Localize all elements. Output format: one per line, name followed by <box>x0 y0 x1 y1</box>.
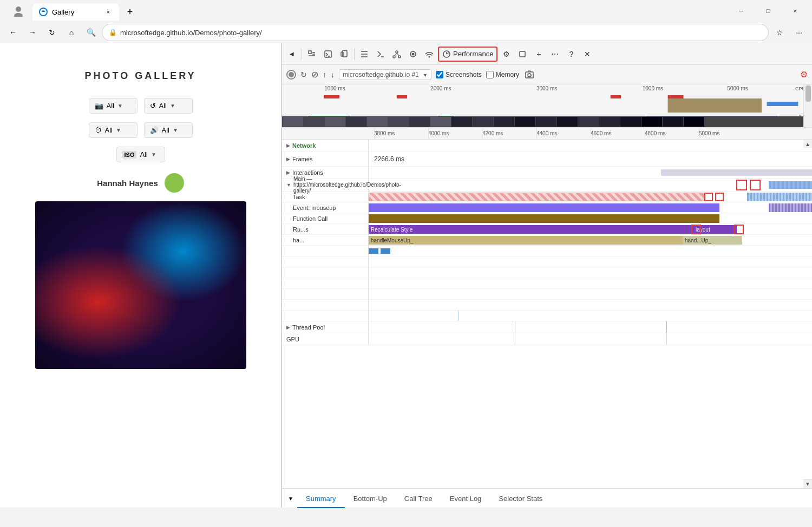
function-call-label: Function Call <box>282 213 369 223</box>
console-tool[interactable] <box>320 47 336 62</box>
time-filter-value: All <box>105 126 113 134</box>
memory-checkbox[interactable] <box>486 71 494 78</box>
tab-call-tree[interactable]: Call Tree <box>396 490 441 508</box>
filter-row-3: ISO All ▼ <box>11 147 270 162</box>
frames-label[interactable]: ▶ Frames <box>282 151 369 166</box>
scroll-down-btn[interactable]: ▼ <box>803 479 812 488</box>
wifi-tool[interactable] <box>422 47 437 62</box>
record-button[interactable] <box>286 70 296 80</box>
camera-filter[interactable]: 📷 All ▼ <box>89 98 137 114</box>
upload-btn[interactable]: ↑ <box>323 70 326 79</box>
performance-tool[interactable]: Performance <box>438 47 497 62</box>
scrollbar-thumb <box>806 85 811 102</box>
browser-tab[interactable]: Gallery × <box>32 3 119 21</box>
ruler-4600ms: 4600 ms <box>591 130 611 136</box>
device-toggle[interactable] <box>337 47 352 62</box>
gallery-image-content <box>35 201 246 369</box>
reload-recording-btn[interactable]: ↻ <box>300 70 307 79</box>
refresh-button[interactable]: ↻ <box>43 24 61 41</box>
tab-bottom-up[interactable]: Bottom-Up <box>345 490 396 508</box>
clear-btn[interactable]: ⊘ <box>311 69 318 80</box>
thread-pool-label[interactable]: ▶ Thread Pool <box>282 321 369 333</box>
minimize-button[interactable]: ─ <box>729 2 754 19</box>
tab-selector-stats[interactable]: Selector Stats <box>490 490 551 508</box>
screenshot-thumb <box>684 117 704 127</box>
lock-icon: 🔒 <box>109 29 117 36</box>
camera-filter-chevron: ▼ <box>117 103 123 109</box>
recorder-tool[interactable] <box>405 47 421 62</box>
gallery-image <box>35 201 246 369</box>
recalc-label: Ru...s <box>282 224 369 234</box>
help-btn[interactable]: ? <box>564 47 579 62</box>
interactions-expand-arrow[interactable]: ▶ <box>286 170 290 175</box>
perf-settings-btn[interactable]: ⚙ <box>800 69 808 80</box>
screenshot-thumb <box>557 117 578 127</box>
inspector-tool[interactable] <box>304 47 319 62</box>
more-button[interactable]: ··· <box>790 24 808 41</box>
svg-rect-26 <box>324 95 339 98</box>
network-label[interactable]: ▶ Network <box>282 140 369 151</box>
empty-content-6 <box>369 311 812 321</box>
search-button[interactable]: 🔍 <box>82 24 100 41</box>
thread-pool-expand[interactable]: ▶ <box>286 325 290 330</box>
home-button[interactable]: ⌂ <box>63 24 80 41</box>
profile-icon[interactable] <box>9 1 28 21</box>
gpu-text: GPU <box>286 336 299 342</box>
screenshot-thumb <box>641 117 662 127</box>
download-btn[interactable]: ↓ <box>331 70 335 79</box>
close-button[interactable]: × <box>783 2 808 19</box>
vertical-marker <box>458 311 459 321</box>
task-highlight-1 <box>704 193 713 201</box>
sources-tool[interactable] <box>373 47 388 62</box>
network-tool[interactable] <box>389 47 404 62</box>
more-tools-btn[interactable]: ⋯ <box>547 47 562 62</box>
iso-label: ISO <box>122 151 137 159</box>
devtools-close-btn[interactable]: ✕ <box>580 47 595 62</box>
settings-tool[interactable]: ⚙ <box>499 47 514 62</box>
screenshots-checkbox[interactable] <box>436 71 443 78</box>
tab-close-button[interactable]: × <box>104 8 113 16</box>
bookmark-button[interactable]: ☆ <box>771 24 788 41</box>
forward-button[interactable]: → <box>24 24 41 41</box>
back-button[interactable]: ← <box>4 24 22 41</box>
small-bar-1 <box>369 248 378 254</box>
elements-tool[interactable] <box>357 47 372 62</box>
layers-tool[interactable] <box>515 47 530 62</box>
rotation-filter[interactable]: ↺ All ▼ <box>144 98 193 114</box>
capture-screenshots-btn[interactable] <box>523 69 535 81</box>
iso-filter[interactable]: ISO All ▼ <box>116 147 165 162</box>
time-filter[interactable]: ⏱ All ▼ <box>89 122 137 138</box>
maximize-button[interactable]: □ <box>756 2 781 19</box>
main-expand-arrow[interactable]: ▼ <box>286 182 291 188</box>
collapse-btn[interactable]: ◀ <box>284 47 299 62</box>
frames-expand-arrow[interactable]: ▶ <box>286 156 290 162</box>
collapse-btn-bottom[interactable]: ▼ <box>286 494 295 503</box>
tick-2000ms: 2000 ms <box>430 85 451 91</box>
user-avatar <box>165 173 184 193</box>
new-tab-button[interactable]: + <box>121 3 139 21</box>
network-expand-arrow[interactable]: ▶ <box>286 143 290 148</box>
address-bar[interactable]: 🔒 microsoftedge.github.io/Demos/photo-ga… <box>102 24 769 41</box>
ruler-4200ms: 4200 ms <box>482 130 503 136</box>
svg-point-18 <box>429 56 430 57</box>
memory-label: Memory <box>496 71 519 78</box>
track-network: ▶ Network <box>282 140 812 151</box>
frames-value: 2266.6 ms <box>374 155 404 163</box>
url-selector[interactable]: microsoftedge.github.io #1 ▼ <box>339 69 431 80</box>
tab-event-log[interactable]: Event Log <box>441 490 490 508</box>
main-label[interactable]: ▼ Main — https://microsoftedge.github.io… <box>282 179 369 191</box>
task-highlight-2 <box>715 193 724 201</box>
add-panel-btn[interactable]: + <box>531 47 546 62</box>
timeline-overview: 1000 ms 2000 ms 3000 ms 1000 ms 5000 ms … <box>282 84 812 128</box>
recalc-bar: Recalculate Style <box>369 225 693 234</box>
webpage-panel: PHOTO GALLERY 📷 All ▼ ↺ All ▼ ⏱ All ▼ 🔊 <box>0 43 281 508</box>
frames-content: 2266.6 ms <box>369 151 812 166</box>
edge-icon <box>39 8 48 16</box>
audio-filter[interactable]: 🔊 All ▼ <box>144 122 193 138</box>
tab-bar: Gallery × + <box>4 1 729 21</box>
overview-scrollbar[interactable] <box>803 84 812 127</box>
scroll-up-btn[interactable]: ▲ <box>803 140 812 148</box>
track-thread-pool: ▶ Thread Pool <box>282 321 812 333</box>
tab-summary[interactable]: Summary <box>297 490 345 508</box>
screenshots-label: Screenshots <box>446 71 482 78</box>
